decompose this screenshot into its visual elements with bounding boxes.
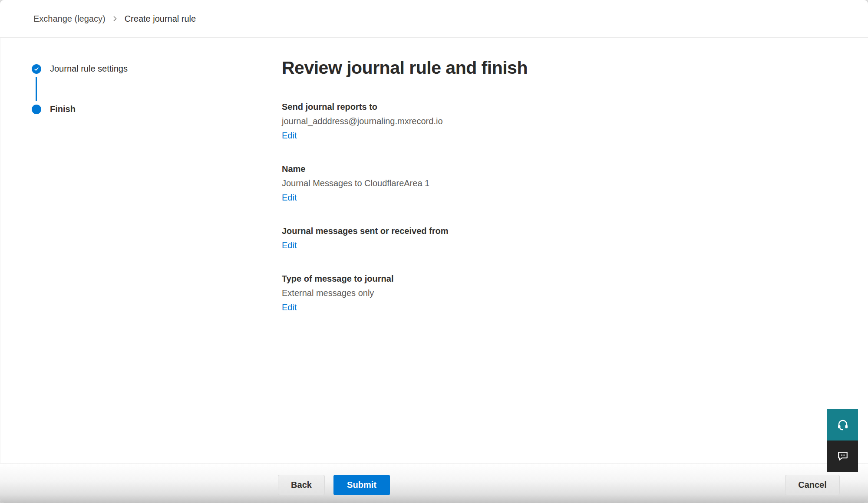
edit-scope-link[interactable]: Edit	[282, 238, 297, 253]
footer-bar: Back Submit Cancel	[0, 463, 868, 503]
message-type-value: External messages only	[282, 286, 842, 300]
chevron-right-icon	[112, 16, 118, 22]
step-current-dot-icon	[32, 105, 41, 114]
wizard-step-finish[interactable]: Finish	[32, 104, 249, 114]
wizard-step-journal-rule-settings[interactable]: Journal rule settings	[32, 64, 249, 74]
edit-send-reports-link[interactable]: Edit	[282, 128, 297, 143]
journal-report-address-value: journal_adddress@journaling.mxrecord.io	[282, 114, 842, 128]
breadcrumb: Exchange (legacy) Create journal rule	[33, 14, 196, 24]
step-label: Finish	[50, 104, 76, 114]
breadcrumb-link-exchange-legacy[interactable]: Exchange (legacy)	[33, 14, 106, 24]
step-connector-line	[36, 77, 37, 101]
review-content: Review journal rule and finish Send jour…	[250, 38, 868, 463]
step-label: Journal rule settings	[50, 64, 128, 74]
rule-name-value: Journal Messages to CloudflareArea 1	[282, 176, 842, 191]
wizard-steps-panel: Journal rule settings Finish	[0, 38, 249, 463]
section-label: Name	[282, 162, 842, 176]
cancel-button[interactable]: Cancel	[785, 475, 840, 495]
app-window: Exchange (legacy) Create journal rule Jo…	[0, 0, 868, 503]
page-title: Review journal rule and finish	[282, 58, 842, 78]
review-section-send-reports: Send journal reports to journal_adddress…	[282, 100, 842, 143]
review-section-scope: Journal messages sent or received from E…	[282, 224, 842, 253]
headset-icon	[836, 418, 849, 432]
edit-name-link[interactable]: Edit	[282, 191, 297, 205]
submit-button[interactable]: Submit	[333, 475, 390, 495]
section-label: Send journal reports to	[282, 100, 842, 114]
section-label: Journal messages sent or received from	[282, 224, 842, 238]
back-button[interactable]: Back	[278, 475, 325, 495]
review-section-name: Name Journal Messages to CloudflareArea …	[282, 162, 842, 205]
review-section-message-type: Type of message to journal External mess…	[282, 272, 842, 315]
feedback-button[interactable]	[827, 441, 858, 472]
edit-message-type-link[interactable]: Edit	[282, 300, 297, 315]
support-button[interactable]	[827, 409, 858, 441]
chat-bubble-icon	[836, 449, 849, 464]
section-label: Type of message to journal	[282, 272, 842, 286]
step-completed-check-icon	[32, 64, 41, 74]
breadcrumb-current-page: Create journal rule	[125, 14, 196, 24]
breadcrumb-bar: Exchange (legacy) Create journal rule	[0, 0, 868, 38]
